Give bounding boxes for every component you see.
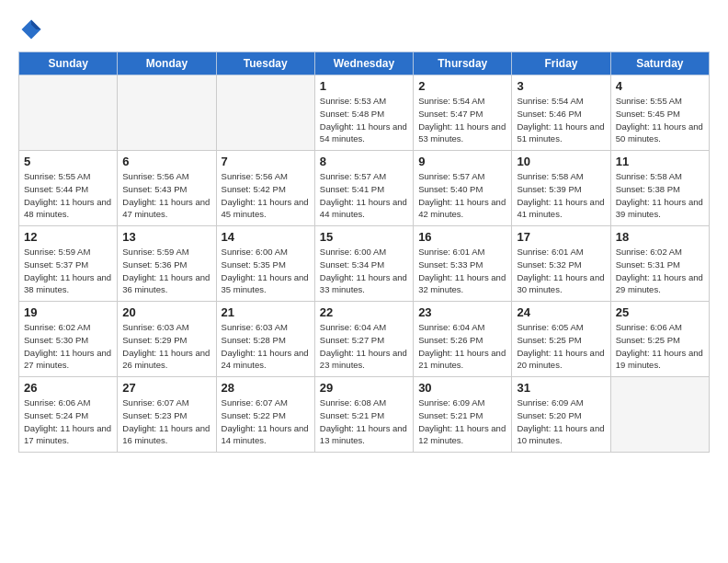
day-info: Sunrise: 5:56 AM Sunset: 5:42 PM Dayligh… <box>222 170 310 221</box>
calendar-cell: 13Sunrise: 5:59 AM Sunset: 5:36 PM Dayli… <box>118 226 216 302</box>
day-info: Sunrise: 6:05 AM Sunset: 5:25 PM Dayligh… <box>517 321 605 372</box>
logo <box>18 17 48 42</box>
calendar-cell <box>216 75 314 151</box>
calendar-cell: 20Sunrise: 6:03 AM Sunset: 5:29 PM Dayli… <box>118 302 216 377</box>
calendar-cell: 9Sunrise: 5:57 AM Sunset: 5:40 PM Daylig… <box>414 151 512 226</box>
weekday-header-sunday: Sunday <box>19 52 118 75</box>
day-info: Sunrise: 6:09 AM Sunset: 5:20 PM Dayligh… <box>517 396 605 447</box>
day-number: 7 <box>222 155 310 168</box>
calendar-cell: 27Sunrise: 6:07 AM Sunset: 5:23 PM Dayli… <box>118 377 216 453</box>
day-info: Sunrise: 6:03 AM Sunset: 5:29 PM Dayligh… <box>122 321 210 372</box>
day-info: Sunrise: 6:03 AM Sunset: 5:28 PM Dayligh… <box>222 321 310 372</box>
day-number: 4 <box>616 79 704 93</box>
weekday-header-tuesday: Tuesday <box>216 52 314 75</box>
day-number: 2 <box>418 79 506 93</box>
day-info: Sunrise: 5:58 AM Sunset: 5:38 PM Dayligh… <box>616 170 704 221</box>
calendar-table: SundayMondayTuesdayWednesdayThursdayFrid… <box>18 52 710 453</box>
calendar-cell: 26Sunrise: 6:06 AM Sunset: 5:24 PM Dayli… <box>19 377 118 453</box>
calendar-cell: 19Sunrise: 6:02 AM Sunset: 5:30 PM Dayli… <box>19 302 118 377</box>
day-number: 12 <box>24 230 112 244</box>
calendar-cell: 15Sunrise: 6:00 AM Sunset: 5:34 PM Dayli… <box>314 226 413 302</box>
day-info: Sunrise: 6:01 AM Sunset: 5:33 PM Dayligh… <box>418 246 506 296</box>
day-number: 15 <box>320 230 408 244</box>
calendar-cell: 28Sunrise: 6:07 AM Sunset: 5:22 PM Dayli… <box>216 377 314 453</box>
day-info: Sunrise: 6:02 AM Sunset: 5:31 PM Dayligh… <box>616 246 704 296</box>
weekday-header-row: SundayMondayTuesdayWednesdayThursdayFrid… <box>19 52 710 75</box>
day-number: 16 <box>418 230 506 244</box>
calendar-cell: 30Sunrise: 6:09 AM Sunset: 5:21 PM Dayli… <box>414 377 512 453</box>
calendar-week-row-1: 1Sunrise: 5:53 AM Sunset: 5:48 PM Daylig… <box>19 75 710 151</box>
day-info: Sunrise: 6:00 AM Sunset: 5:34 PM Dayligh… <box>320 246 408 296</box>
calendar-cell <box>118 75 216 151</box>
day-info: Sunrise: 6:06 AM Sunset: 5:24 PM Dayligh… <box>24 396 112 447</box>
calendar-week-row-4: 19Sunrise: 6:02 AM Sunset: 5:30 PM Dayli… <box>19 302 710 377</box>
calendar-cell: 23Sunrise: 6:04 AM Sunset: 5:26 PM Dayli… <box>414 302 512 377</box>
day-info: Sunrise: 6:04 AM Sunset: 5:27 PM Dayligh… <box>320 321 408 372</box>
calendar-cell <box>610 377 709 453</box>
day-number: 20 <box>122 305 210 319</box>
day-number: 17 <box>517 230 605 244</box>
logo-icon <box>18 17 44 42</box>
day-number: 3 <box>517 79 605 93</box>
calendar-week-row-3: 12Sunrise: 5:59 AM Sunset: 5:37 PM Dayli… <box>19 226 710 302</box>
day-info: Sunrise: 6:01 AM Sunset: 5:32 PM Dayligh… <box>517 246 605 296</box>
calendar-cell: 25Sunrise: 6:06 AM Sunset: 5:25 PM Dayli… <box>610 302 709 377</box>
day-number: 28 <box>222 381 310 395</box>
day-info: Sunrise: 6:08 AM Sunset: 5:21 PM Dayligh… <box>320 396 408 447</box>
weekday-header-monday: Monday <box>118 52 216 75</box>
day-info: Sunrise: 6:09 AM Sunset: 5:21 PM Dayligh… <box>418 396 506 447</box>
day-info: Sunrise: 6:00 AM Sunset: 5:35 PM Dayligh… <box>222 246 310 296</box>
calendar-cell: 18Sunrise: 6:02 AM Sunset: 5:31 PM Dayli… <box>610 226 709 302</box>
day-info: Sunrise: 6:06 AM Sunset: 5:25 PM Dayligh… <box>616 321 704 372</box>
day-info: Sunrise: 6:07 AM Sunset: 5:23 PM Dayligh… <box>122 396 210 447</box>
day-number: 23 <box>418 305 506 319</box>
day-number: 30 <box>418 381 506 395</box>
calendar-cell: 14Sunrise: 6:00 AM Sunset: 5:35 PM Dayli… <box>216 226 314 302</box>
day-info: Sunrise: 5:55 AM Sunset: 5:44 PM Dayligh… <box>24 170 112 221</box>
day-number: 25 <box>616 305 704 319</box>
calendar-cell: 3Sunrise: 5:54 AM Sunset: 5:46 PM Daylig… <box>512 75 610 151</box>
calendar-cell: 6Sunrise: 5:56 AM Sunset: 5:43 PM Daylig… <box>118 151 216 226</box>
day-number: 5 <box>24 155 112 168</box>
day-number: 19 <box>24 305 112 319</box>
day-info: Sunrise: 6:04 AM Sunset: 5:26 PM Dayligh… <box>418 321 506 372</box>
day-info: Sunrise: 5:56 AM Sunset: 5:43 PM Dayligh… <box>122 170 210 221</box>
calendar-cell: 2Sunrise: 5:54 AM Sunset: 5:47 PM Daylig… <box>414 75 512 151</box>
calendar-cell: 1Sunrise: 5:53 AM Sunset: 5:48 PM Daylig… <box>314 75 413 151</box>
day-number: 10 <box>517 155 605 168</box>
calendar-cell: 10Sunrise: 5:58 AM Sunset: 5:39 PM Dayli… <box>512 151 610 226</box>
day-number: 18 <box>616 230 704 244</box>
day-number: 13 <box>122 230 210 244</box>
day-number: 31 <box>517 381 605 395</box>
day-info: Sunrise: 5:54 AM Sunset: 5:46 PM Dayligh… <box>517 95 605 145</box>
day-number: 11 <box>616 155 704 168</box>
weekday-header-wednesday: Wednesday <box>314 52 413 75</box>
calendar-week-row-2: 5Sunrise: 5:55 AM Sunset: 5:44 PM Daylig… <box>19 151 710 226</box>
day-info: Sunrise: 6:02 AM Sunset: 5:30 PM Dayligh… <box>24 321 112 372</box>
calendar-cell: 21Sunrise: 6:03 AM Sunset: 5:28 PM Dayli… <box>216 302 314 377</box>
calendar-cell: 4Sunrise: 5:55 AM Sunset: 5:45 PM Daylig… <box>610 75 709 151</box>
day-info: Sunrise: 5:58 AM Sunset: 5:39 PM Dayligh… <box>517 170 605 221</box>
header <box>18 17 710 42</box>
calendar-cell: 31Sunrise: 6:09 AM Sunset: 5:20 PM Dayli… <box>512 377 610 453</box>
calendar-week-row-5: 26Sunrise: 6:06 AM Sunset: 5:24 PM Dayli… <box>19 377 710 453</box>
calendar-cell: 22Sunrise: 6:04 AM Sunset: 5:27 PM Dayli… <box>314 302 413 377</box>
day-info: Sunrise: 5:54 AM Sunset: 5:47 PM Dayligh… <box>418 95 506 145</box>
page: SundayMondayTuesdayWednesdayThursdayFrid… <box>0 0 728 563</box>
calendar-cell: 29Sunrise: 6:08 AM Sunset: 5:21 PM Dayli… <box>314 377 413 453</box>
weekday-header-friday: Friday <box>512 52 610 75</box>
day-number: 22 <box>320 305 408 319</box>
calendar-cell: 24Sunrise: 6:05 AM Sunset: 5:25 PM Dayli… <box>512 302 610 377</box>
day-info: Sunrise: 5:57 AM Sunset: 5:40 PM Dayligh… <box>418 170 506 221</box>
day-number: 9 <box>418 155 506 168</box>
calendar-cell: 8Sunrise: 5:57 AM Sunset: 5:41 PM Daylig… <box>314 151 413 226</box>
weekday-header-saturday: Saturday <box>610 52 709 75</box>
day-info: Sunrise: 6:07 AM Sunset: 5:22 PM Dayligh… <box>222 396 310 447</box>
day-number: 24 <box>517 305 605 319</box>
day-info: Sunrise: 5:55 AM Sunset: 5:45 PM Dayligh… <box>616 95 704 145</box>
calendar-cell: 12Sunrise: 5:59 AM Sunset: 5:37 PM Dayli… <box>19 226 118 302</box>
calendar-cell <box>19 75 118 151</box>
weekday-header-thursday: Thursday <box>414 52 512 75</box>
day-number: 14 <box>222 230 310 244</box>
day-info: Sunrise: 5:53 AM Sunset: 5:48 PM Dayligh… <box>320 95 408 145</box>
